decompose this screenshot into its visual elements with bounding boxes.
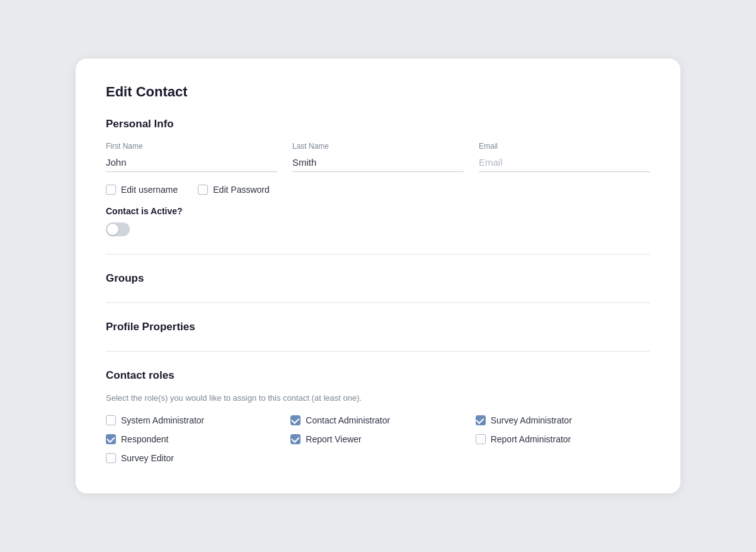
role-checkbox-box — [106, 434, 116, 444]
profile-properties-title: Profile Properties — [106, 321, 650, 333]
role-checkbox-box — [476, 434, 486, 444]
username-password-row: Edit username Edit Password — [106, 185, 650, 195]
contact-active-label: Contact is Active? — [106, 206, 650, 216]
last-name-input[interactable] — [292, 154, 464, 172]
role-checkbox-box — [106, 415, 116, 425]
role-checkbox-label: Survey Administrator — [491, 415, 572, 425]
email-group: Email — [479, 142, 650, 172]
roles-grid: System AdministratorContact Administrato… — [106, 415, 650, 463]
edit-contact-card: Edit Contact Personal Info First Name La… — [76, 59, 680, 493]
role-checkbox-item[interactable]: Report Viewer — [290, 434, 465, 444]
role-checkbox-item[interactable]: Survey Administrator — [476, 415, 650, 425]
first-name-group: First Name — [106, 142, 277, 172]
last-name-group: Last Name — [292, 142, 464, 172]
role-checkbox-label: Contact Administrator — [306, 415, 390, 425]
role-checkbox-item[interactable]: Contact Administrator — [290, 415, 465, 425]
divider-1 — [106, 254, 650, 255]
role-checkbox-box — [290, 415, 301, 425]
role-checkbox-label: Respondent — [121, 434, 169, 444]
divider-2 — [106, 302, 650, 303]
toggle-knob — [107, 224, 118, 235]
role-checkbox-box — [106, 453, 116, 463]
contact-active-section: Contact is Active? — [106, 206, 650, 236]
role-checkbox-label: System Administrator — [121, 415, 204, 425]
role-checkbox-item[interactable]: System Administrator — [106, 415, 280, 425]
name-email-row: First Name Last Name Email — [106, 142, 650, 172]
role-checkbox-box — [290, 434, 301, 444]
role-checkbox-box — [476, 415, 486, 425]
edit-password-checkbox-box — [198, 185, 208, 195]
role-checkbox-item[interactable]: Respondent — [106, 434, 280, 444]
email-label: Email — [479, 142, 650, 151]
role-checkbox-label: Survey Editor — [121, 453, 174, 463]
contact-active-toggle[interactable] — [106, 222, 130, 236]
edit-username-checkbox[interactable]: Edit username — [106, 185, 178, 195]
contact-roles-description: Select the role(s) you would like to ass… — [106, 393, 650, 403]
email-input[interactable] — [479, 154, 650, 172]
toggle-wrap — [106, 222, 650, 236]
edit-password-label: Edit Password — [213, 185, 269, 195]
page-title: Edit Contact — [106, 84, 650, 100]
role-checkbox-item[interactable]: Report Administrator — [476, 434, 650, 444]
contact-roles-title: Contact roles — [106, 369, 650, 382]
role-checkbox-item[interactable]: Survey Editor — [106, 453, 280, 463]
first-name-input[interactable] — [106, 154, 277, 172]
edit-password-checkbox[interactable]: Edit Password — [198, 185, 269, 195]
edit-username-checkbox-box — [106, 185, 116, 195]
role-checkbox-label: Report Viewer — [306, 434, 361, 444]
personal-info-title: Personal Info — [106, 118, 650, 130]
groups-title: Groups — [106, 272, 650, 285]
last-name-label: Last Name — [292, 142, 464, 151]
first-name-label: First Name — [106, 142, 277, 151]
divider-3 — [106, 351, 650, 352]
role-checkbox-label: Report Administrator — [491, 434, 571, 444]
edit-username-label: Edit username — [121, 185, 178, 195]
